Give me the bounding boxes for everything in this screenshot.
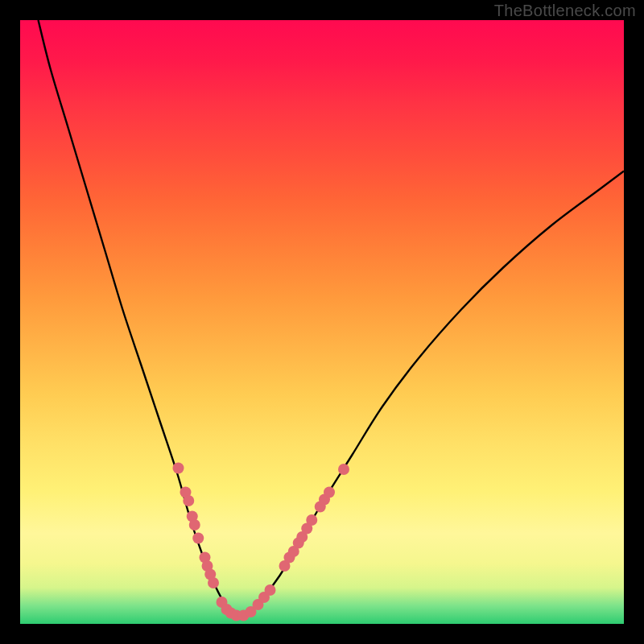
bottleneck-curve <box>39 20 625 617</box>
curve-svg <box>20 20 624 624</box>
curve-marker <box>183 495 194 506</box>
curve-marker <box>265 584 276 596</box>
curve-marker <box>306 514 317 526</box>
curve-marker <box>192 533 204 544</box>
watermark-text: TheBottleneck.com <box>494 2 636 20</box>
curve-marker <box>189 519 200 530</box>
curve-marker <box>324 487 335 498</box>
curve-marker <box>208 577 219 588</box>
chart-frame: TheBottleneck.com <box>0 0 644 644</box>
curve-markers <box>173 463 350 621</box>
curve-marker <box>173 463 184 474</box>
curve-marker <box>338 464 349 475</box>
